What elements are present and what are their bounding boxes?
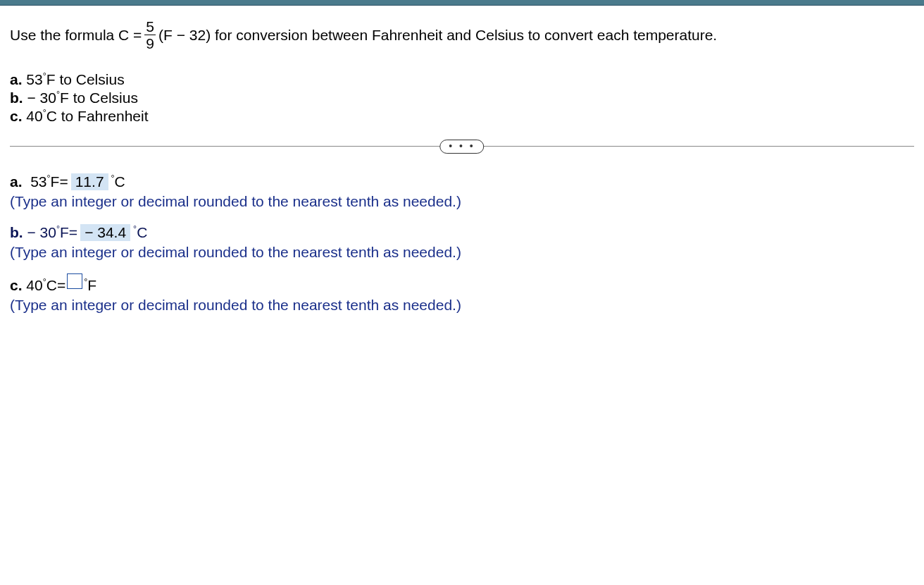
answer-c-line: c. 40°C = °F — [10, 275, 914, 294]
fraction: 5 9 — [144, 18, 156, 51]
answer-b-rhs-unit: °C — [133, 224, 147, 241]
answer-b-label: b. — [10, 224, 23, 241]
answer-a-line: a. 53°F = 11.7 °C — [10, 173, 914, 190]
answer-b-eq: = — [69, 224, 77, 241]
answer-a-label: a. — [10, 173, 23, 190]
part-b: b. − 30°F to Celsius — [10, 90, 914, 106]
answer-c-block: c. 40°C = °F (Type an integer or decimal… — [10, 275, 914, 314]
answer-c-eq: = — [57, 277, 65, 294]
answer-b-lhs: − 30°F — [27, 224, 69, 241]
answers-section: a. 53°F = 11.7 °C (Type an integer or de… — [10, 173, 914, 314]
answer-b-hint: (Type an integer or decimal rounded to t… — [10, 244, 914, 261]
answer-a-block: a. 53°F = 11.7 °C (Type an integer or de… — [10, 173, 914, 210]
answer-b-block: b. − 30°F = − 34.4 °C (Type an integer o… — [10, 224, 914, 261]
intro-pre: Use the formula C = — [10, 27, 142, 44]
answer-b-line: b. − 30°F = − 34.4 °C — [10, 224, 914, 241]
part-a: a. 53°F to Celsius — [10, 71, 914, 88]
question-content: Use the formula C = 5 9 (F − 32) for con… — [0, 6, 924, 314]
part-c-text: 40°C to Fahrenheit — [26, 108, 148, 124]
part-b-text: − 30°F to Celsius — [27, 90, 138, 106]
answer-c-input[interactable] — [67, 273, 82, 289]
part-a-text: 53°F to Celsius — [26, 71, 124, 87]
part-a-label: a. — [10, 71, 23, 87]
fraction-numerator: 5 — [144, 18, 156, 35]
answer-c-rhs-unit: °F — [84, 277, 96, 294]
top-bar — [0, 0, 924, 6]
expand-dots-button[interactable]: • • • — [439, 140, 484, 154]
answer-c-hint: (Type an integer or decimal rounded to t… — [10, 297, 914, 314]
section-divider: • • • — [10, 146, 914, 147]
part-b-label: b. — [10, 90, 23, 106]
sub-parts-list: a. 53°F to Celsius b. − 30°F to Celsius … — [10, 71, 914, 125]
fraction-denominator: 9 — [144, 35, 156, 51]
answer-a-hint: (Type an integer or decimal rounded to t… — [10, 193, 914, 210]
answer-c-lhs: 40°C — [26, 277, 57, 294]
answer-a-lhs: 53°F — [30, 173, 59, 190]
answer-c-label: c. — [10, 277, 23, 294]
answer-b-value[interactable]: − 34.4 — [80, 224, 130, 241]
intro-post: (F − 32) for conversion between Fahrenhe… — [158, 27, 717, 44]
part-c-label: c. — [10, 108, 23, 124]
part-c: c. 40°C to Fahrenheit — [10, 108, 914, 125]
question-intro: Use the formula C = 5 9 (F − 32) for con… — [10, 18, 914, 51]
answer-a-eq: = — [59, 173, 68, 190]
answer-a-value[interactable]: 11.7 — [71, 173, 108, 190]
answer-a-rhs-unit: °C — [111, 173, 125, 190]
